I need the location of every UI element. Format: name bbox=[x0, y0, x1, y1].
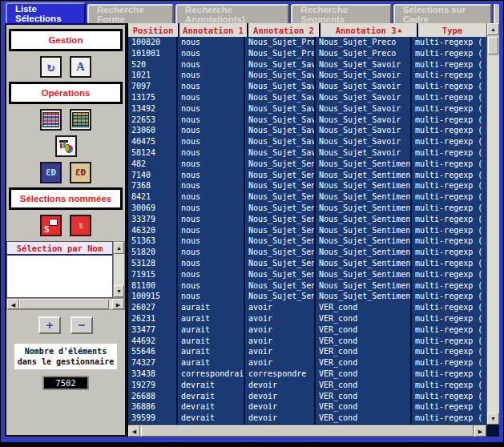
table-row[interactable]: 482 nous Nous_Sujet_Sent Nous_Sujet_Sent… bbox=[128, 159, 486, 170]
cell-annotation-1: nous bbox=[178, 136, 245, 147]
table-dark-button[interactable] bbox=[70, 109, 91, 131]
table-row[interactable]: 26688 devrait devoir VER_cond multi-rege… bbox=[128, 391, 486, 402]
table-row[interactable]: 101001 nous Nous_Sujet_Prec Nous_Sujet_P… bbox=[128, 48, 486, 59]
table-row[interactable]: 23060 nous Nous_Sujet_Savo Nous_Sujet_Sa… bbox=[128, 125, 486, 136]
table-row[interactable]: 40475 nous Nous_Sujet_Savo Nous_Sujet_Sa… bbox=[128, 136, 486, 147]
table-row[interactable]: 53128 nous Nous_Sujet_Sent Nous_Sujet_Se… bbox=[128, 258, 486, 269]
table-row[interactable]: 51363 nous Nous_Sujet_Sent Nous_Sujet_Se… bbox=[128, 236, 486, 247]
cell-annotation-1: nous bbox=[178, 59, 245, 70]
sort-ascending-icon: ▲ bbox=[398, 26, 402, 34]
letter-a-button[interactable]: A bbox=[70, 56, 91, 78]
table-row[interactable]: 33477 aurait avoir VER_cond multi-regexp… bbox=[128, 324, 486, 336]
table-row[interactable]: 81100 nous Nous_Sujet_Sent Nous_Sujet_Se… bbox=[128, 280, 486, 292]
table-row[interactable]: 1021 nous Nous_Sujet_Savo Nous_Sujet_Sav… bbox=[128, 70, 486, 81]
table-light-button[interactable] bbox=[40, 109, 62, 131]
table-row[interactable]: 22653 nous Nous_Sujet_Savo Nous_Sujet_Sa… bbox=[128, 115, 486, 126]
table-row[interactable]: 44692 aurait avoir VER_cond multi-regexp… bbox=[128, 336, 486, 347]
tab-recherche-forme[interactable]: Recherche Forme bbox=[87, 4, 174, 23]
table-row[interactable]: 74327 aurait avoir VER_cond multi-regexp… bbox=[128, 357, 486, 368]
table-row[interactable]: 19279 devrait devoir VER_cond multi-rege… bbox=[128, 380, 486, 391]
cell-annotation-1: devrait bbox=[178, 413, 245, 424]
table-row[interactable]: 26027 aurait avoir VER_cond multi-regexp… bbox=[128, 302, 486, 313]
column-header-annotation-1[interactable]: Annotation 1 bbox=[179, 23, 247, 37]
column-header-annotation-3[interactable]: Annotation 3 ▲ bbox=[321, 23, 417, 37]
table-row[interactable]: 51820 nous Nous_Sujet_Sent Nous_Sujet_Se… bbox=[128, 247, 486, 258]
ed-blue-button[interactable]: ƐƉ bbox=[40, 162, 62, 183]
listbox-hscroll-thumb[interactable] bbox=[19, 299, 109, 309]
cell-annotation-1: nous bbox=[178, 247, 245, 258]
table-row[interactable]: 30069 nous Nous_Sujet_Sent Nous_Sujet_Se… bbox=[128, 203, 486, 214]
cell-annotation-1: nous bbox=[178, 291, 245, 302]
listbox-body[interactable] bbox=[7, 256, 112, 297]
cell-type: multi-regexp ( bbox=[412, 357, 486, 368]
cell-type: multi-regexp ( bbox=[412, 269, 486, 280]
table-scroll-left-icon[interactable]: ◀ bbox=[128, 425, 140, 437]
table-row[interactable]: 7140 nous Nous_Sujet_Sent Nous_Sujet_Sen… bbox=[128, 170, 486, 181]
table-row[interactable]: 58124 nous Nous_Sujet_Savo Nous_Sujet_Sa… bbox=[128, 147, 486, 159]
listbox-scroll-right-icon[interactable]: ▶ bbox=[112, 299, 124, 309]
cell-annotation-1: devrait bbox=[178, 401, 245, 413]
listbox-scroll-left-icon[interactable]: ◀ bbox=[7, 299, 19, 309]
cell-annotation-3: Nous_Sujet_Preco bbox=[316, 48, 412, 59]
remove-button[interactable]: − bbox=[71, 316, 93, 334]
table-scroll-up-icon[interactable]: ▲ bbox=[487, 23, 499, 35]
tab-recherche-segments[interactable]: Recherche Segments bbox=[291, 4, 391, 23]
table-row[interactable]: 36886 devrait devoir VER_cond multi-rege… bbox=[128, 401, 486, 413]
tab-selections-sur-cadre[interactable]: Sélections sur Cadre bbox=[393, 4, 492, 23]
table-row[interactable]: 13492 nous Nous_Sujet_Savo Nous_Sujet_Sa… bbox=[128, 103, 486, 115]
tab-liste-selections[interactable]: Liste Sélections bbox=[6, 2, 86, 23]
table-row[interactable]: 55646 aurait avoir VER_cond multi-regexp… bbox=[128, 346, 486, 357]
cell-type: multi-regexp ( bbox=[412, 59, 486, 70]
listbox-scroll-down-icon[interactable]: ▼ bbox=[114, 285, 124, 297]
cell-annotation-1: nous bbox=[178, 81, 245, 92]
cell-annotation-2: Nous_Sujet_Sent bbox=[245, 269, 316, 280]
table-row[interactable]: 26231 aurait avoir VER_cond multi-regexp… bbox=[128, 313, 486, 324]
cell-annotation-1: nous bbox=[178, 280, 245, 292]
cell-annotation-2: Nous_Sujet_Sent bbox=[245, 191, 316, 203]
table-vscroll-thumb[interactable] bbox=[488, 37, 498, 54]
table-row[interactable]: 71915 nous Nous_Sujet_Sent Nous_Sujet_Se… bbox=[128, 269, 486, 280]
column-header-type[interactable]: Type bbox=[418, 23, 486, 37]
table-row[interactable]: 8421 nous Nous_Sujet_Sent Nous_Sujet_Sen… bbox=[128, 191, 486, 203]
table-row[interactable]: 33438 correspondrait correspondre VER_co… bbox=[128, 368, 486, 380]
cell-position: 100820 bbox=[128, 37, 178, 48]
chart-palette-button[interactable] bbox=[55, 135, 77, 157]
cell-position: 26231 bbox=[128, 313, 178, 324]
reload-button[interactable]: ↻ bbox=[40, 56, 62, 78]
table-row[interactable]: 100820 nous Nous_Sujet_Prec Nous_Sujet_P… bbox=[128, 37, 486, 48]
cell-annotation-1: aurait bbox=[178, 346, 245, 357]
table-row[interactable]: 33379 nous Nous_Sujet_Sent Nous_Sujet_Se… bbox=[128, 214, 486, 225]
tab-recherche-annotations[interactable]: Recherche Annotation(s) bbox=[175, 4, 289, 23]
table-hscroll-thumb[interactable] bbox=[141, 425, 474, 437]
ed-gold-button[interactable]: ƐƉ bbox=[70, 162, 91, 183]
cell-position: 26688 bbox=[128, 391, 178, 402]
table-row[interactable]: 7097 nous Nous_Sujet_Savo Nous_Sujet_Sav… bbox=[128, 81, 486, 92]
table-row[interactable]: 39599 devrait devoir VER_cond multi-rege… bbox=[128, 413, 486, 424]
listbox-scroll-up-icon[interactable]: ▲ bbox=[114, 242, 124, 254]
save-named-selection-button[interactable]: S bbox=[40, 215, 62, 236]
table-row[interactable]: 520 nous Nous_Sujet_Savo Nous_Sujet_Savo… bbox=[128, 59, 486, 70]
table-scroll-down-icon[interactable]: ▼ bbox=[487, 413, 499, 425]
cell-position: 33438 bbox=[128, 368, 178, 380]
cell-annotation-3: VER_cond bbox=[316, 313, 412, 324]
cell-annotation-2: Nous_Sujet_Sent bbox=[245, 258, 316, 269]
table-row[interactable]: 100915 nous Nous_Sujet_Sent Nous_Sujet_S… bbox=[128, 291, 486, 302]
cell-position: 40475 bbox=[128, 136, 178, 147]
cell-position: 81100 bbox=[128, 280, 178, 292]
table-row[interactable]: 13175 nous Nous_Sujet_Savo Nous_Sujet_Sa… bbox=[128, 92, 486, 103]
add-button[interactable]: + bbox=[38, 316, 61, 334]
cell-annotation-1: aurait bbox=[178, 336, 245, 347]
column-header-annotation-2[interactable]: Annotation 2 bbox=[248, 23, 319, 37]
table-row[interactable]: 46320 nous Nous_Sujet_Sent Nous_Sujet_Se… bbox=[128, 225, 486, 236]
column-header-position[interactable]: Position bbox=[128, 23, 178, 37]
cell-annotation-2: Nous_Sujet_Prec bbox=[245, 48, 316, 59]
cell-annotation-3: Nous_Sujet_Savoir bbox=[316, 59, 412, 70]
cell-annotation-3: Nous_Sujet_Preco bbox=[316, 37, 412, 48]
cell-annotation-1: nous bbox=[178, 103, 245, 115]
discard-named-selection-button[interactable]: ✌ bbox=[70, 215, 91, 236]
cell-annotation-2: Nous_Sujet_Sent bbox=[245, 236, 316, 247]
cell-type: multi-regexp ( bbox=[412, 214, 486, 225]
table-scroll-right-icon[interactable]: ▶ bbox=[474, 425, 486, 437]
cell-annotation-3: Nous_Sujet_Sentiment bbox=[316, 180, 412, 191]
table-row[interactable]: 7368 nous Nous_Sujet_Sent Nous_Sujet_Sen… bbox=[128, 180, 486, 191]
